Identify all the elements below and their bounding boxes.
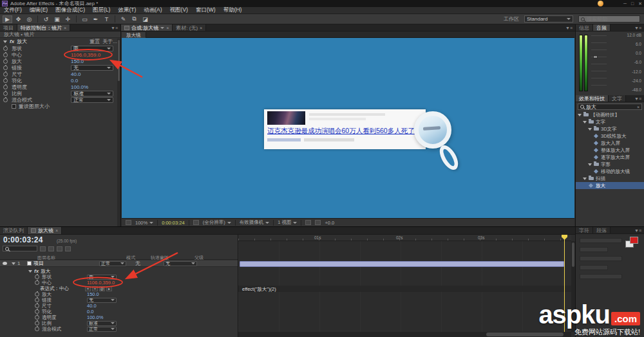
shape-tool-icon[interactable]: ▭ [80, 15, 90, 23]
timeline-track-area[interactable]: 01s 02s 03s effect("放大")(2) [238, 235, 575, 337]
scrollbar[interactable] [117, 39, 120, 226]
effect-group-row[interactable]: 放大 [0, 268, 238, 274]
rotation-tool-icon[interactable]: ↺ [41, 15, 51, 23]
stopwatch-icon[interactable] [3, 53, 8, 57]
tab-audio[interactable]: 音频 [593, 24, 611, 31]
stopwatch-icon[interactable] [3, 78, 8, 83]
reset-button[interactable]: 重置 [90, 38, 100, 45]
opacity-value[interactable]: 100.0% [71, 84, 88, 90]
tab-effects-presets[interactable]: 效果和特技 [576, 95, 609, 102]
stopwatch-icon[interactable] [3, 66, 8, 70]
view-layout-dropdown[interactable]: 1 视图 [278, 219, 297, 226]
feather-value[interactable]: 0.0 [71, 78, 78, 84]
stopwatch-icon[interactable] [35, 309, 39, 314]
tab-project[interactable]: 项目 [0, 24, 17, 31]
camera-dropdown[interactable]: 有效摄像机 [240, 219, 270, 226]
panel-menu-icon[interactable] [632, 227, 644, 233]
pan-behind-tool-icon[interactable]: ✛ [63, 15, 73, 23]
maximize-button[interactable]: □ [631, 1, 634, 6]
stopwatch-icon[interactable] [3, 91, 8, 96]
scaling-dropdown[interactable]: 标准 [71, 91, 113, 96]
blend-mode-dropdown[interactable]: 正常 [87, 327, 117, 332]
feather-value[interactable]: 0.0 [87, 309, 93, 314]
type-tool-icon[interactable]: T [102, 15, 111, 23]
frame-blend-icon[interactable] [65, 246, 71, 251]
tab-render-queue[interactable]: 渲染队列 [0, 227, 28, 234]
shape-dropdown[interactable]: 圆 [71, 46, 113, 51]
size-value[interactable]: 40.0 [87, 303, 97, 309]
camera-tool-icon[interactable]: ▣ [52, 15, 62, 23]
shape-dropdown[interactable]: 圆 [87, 275, 117, 280]
stopwatch-icon[interactable] [35, 280, 39, 285]
center-value[interactable]: 1106.0,359.0 [71, 52, 100, 58]
clone-stamp-tool-icon[interactable]: ⧉ [129, 15, 139, 23]
tree-folder[interactable]: 3D文字 [576, 125, 644, 132]
snapshot-icon[interactable] [193, 220, 199, 225]
stopwatch-icon[interactable] [35, 315, 39, 320]
parent-dropdown[interactable]: 无 [164, 261, 197, 266]
magnification-value[interactable]: 150.0 [71, 59, 84, 64]
tree-preset-selected[interactable]: 放大 [576, 182, 644, 189]
menu-item-view[interactable]: 视图(V) [166, 6, 192, 14]
tree-preset[interactable]: 移动的放大镜 [576, 168, 644, 175]
tree-folder[interactable]: 字形 [576, 161, 644, 168]
expression-pickwhip-icon[interactable] [99, 286, 105, 291]
menu-item-layer[interactable]: 图层(L) [89, 6, 114, 14]
menu-item-help[interactable]: 帮助(H) [220, 6, 246, 14]
layer-row[interactable]: 1 项目 正常 无 无 [0, 260, 238, 267]
selection-tool-icon[interactable]: ▶ [3, 15, 12, 23]
close-button[interactable]: ✕ [638, 1, 642, 6]
menu-item-animation[interactable]: 动画(A) [140, 6, 166, 14]
expression-field[interactable] [238, 286, 571, 292]
hand-tool-icon[interactable]: ✥ [14, 15, 23, 23]
center-value[interactable]: 1106.0,359.0 [87, 280, 115, 286]
eraser-tool-icon[interactable]: ◪ [140, 15, 150, 23]
zoom-tool-icon[interactable]: ◎ [24, 15, 34, 23]
minimize-button[interactable]: ─ [623, 1, 627, 6]
stopwatch-icon[interactable] [3, 46, 8, 51]
tree-folder[interactable]: 文字 [576, 118, 644, 125]
composition-canvas[interactable]: 迈克杰克逊最成功演唱会60万人看到560多人死了23个_标-音 [122, 38, 574, 218]
pen-tool-icon[interactable]: ✒ [91, 15, 100, 23]
horizontal-scrollbar[interactable] [238, 332, 571, 337]
visibility-toggle-icon[interactable] [3, 262, 7, 265]
timecode-display[interactable]: 0:00:03:24 [3, 235, 43, 244]
effects-search-box[interactable] [578, 104, 642, 110]
stopwatch-icon[interactable] [35, 275, 39, 279]
zoom-dropdown[interactable]: 100% [135, 220, 153, 226]
effects-search-input[interactable] [586, 104, 635, 110]
stopwatch-icon[interactable] [3, 59, 8, 64]
mode-dropdown[interactable]: 正常 [99, 261, 126, 266]
close-icon[interactable] [166, 26, 169, 30]
help-search-input[interactable] [587, 16, 638, 22]
menu-item-edit[interactable]: 编辑(E) [26, 6, 52, 14]
workspace-dropdown[interactable]: Standard [524, 15, 573, 23]
expander-icon[interactable] [28, 270, 32, 273]
stopwatch-icon[interactable] [35, 298, 39, 302]
help-search-box[interactable] [578, 15, 640, 23]
stopwatch-icon[interactable] [35, 327, 39, 331]
stopwatch-icon[interactable] [35, 304, 39, 308]
stopwatch-icon[interactable] [35, 321, 39, 325]
tree-folder[interactable]: 扫描 [576, 175, 644, 182]
resolution-dropdown[interactable]: (全分辨率) [203, 219, 231, 226]
fill-color-swatch[interactable] [630, 237, 638, 244]
size-value[interactable]: 40.0 [71, 71, 81, 77]
current-time-display[interactable]: 0:00:03:24 [162, 220, 184, 226]
tab-footage[interactable]: 素材: (无) [173, 24, 206, 31]
draft-3d-icon[interactable] [48, 246, 54, 251]
time-ruler[interactable]: 01s 02s 03s [238, 235, 571, 241]
timeline-search-box[interactable] [3, 246, 37, 251]
expression-enable-icon[interactable] [85, 286, 91, 291]
stopwatch-icon[interactable] [3, 85, 8, 89]
expression-arrow-icon[interactable] [106, 286, 112, 291]
clear-search-icon[interactable] [637, 105, 639, 109]
panel-menu-icon[interactable] [108, 24, 120, 31]
tree-preset[interactable]: 放大入屏 [576, 140, 644, 147]
panel-menu-icon[interactable] [632, 95, 644, 102]
grid-options-icon[interactable] [126, 220, 131, 225]
panel-menu-icon[interactable] [632, 24, 644, 31]
tab-composition[interactable]: 合成:放大镜 [121, 24, 173, 31]
resize-layer-checkbox[interactable] [12, 104, 16, 109]
menu-item-window[interactable]: 窗口(W) [192, 6, 220, 14]
